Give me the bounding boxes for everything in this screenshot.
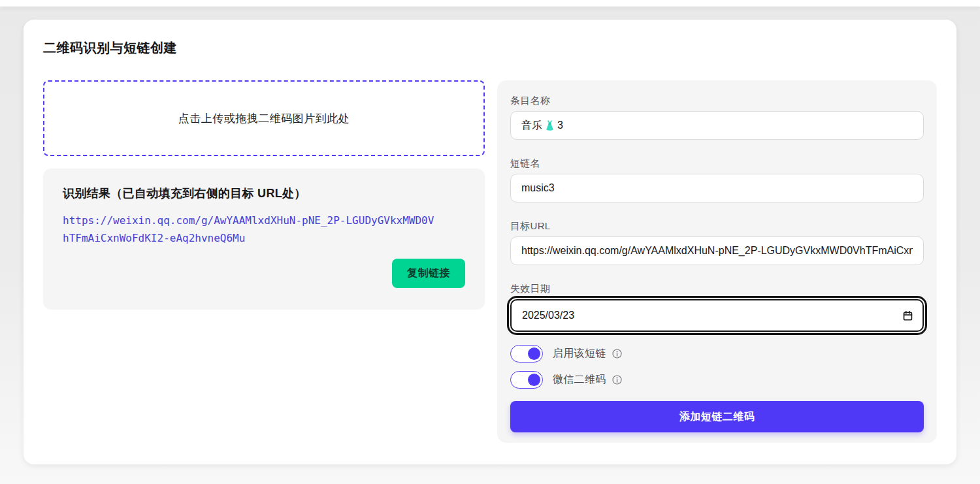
dropzone-label: 点击上传或拖拽二维码图片到此处 (178, 111, 350, 126)
expiry-date-label: 失效日期 (510, 283, 924, 295)
enable-shortlink-toggle-row: 启用该短链 (510, 345, 924, 363)
entry-name-value-suffix: 3 (557, 120, 563, 131)
expiry-date-value: 2025/03/23 (522, 310, 574, 321)
enable-shortlink-toggle[interactable] (510, 345, 543, 363)
entry-name-value-prefix: 音乐 (521, 119, 542, 133)
info-icon[interactable] (612, 374, 623, 385)
recognized-url-link[interactable]: https://weixin.qq.com/g/AwYAAMlxdXHuN-pN… (63, 212, 438, 247)
wechat-qr-toggle-row: 微信二维码 (510, 371, 924, 389)
info-icon[interactable] (612, 348, 623, 359)
expiry-date-input[interactable]: 2025/03/23 (510, 299, 924, 332)
add-shortlink-qr-button[interactable]: 添加短链二维码 (510, 401, 924, 432)
wechat-qr-toggle[interactable] (510, 371, 543, 389)
result-heading: 识别结果（已自动填充到右侧的目标 URL处） (63, 186, 465, 201)
target-url-field-group: 目标URL (510, 220, 924, 265)
entry-name-label: 条目名称 (510, 95, 924, 107)
short-name-field-group: 短链名 (510, 157, 924, 202)
top-white-strip (0, 0, 980, 7)
toggle-knob (528, 374, 540, 386)
enable-shortlink-label: 启用该短链 (553, 347, 606, 361)
wechat-qr-label: 微信二维码 (553, 373, 606, 387)
page-title: 二维码识别与短链创建 (43, 39, 937, 57)
shortlink-form-panel: 条目名称 音乐 3 短链名 目标URL (497, 80, 937, 443)
main-card: 二维码识别与短链创建 点击上传或拖拽二维码图片到此处 识别结果（已自动填充到右侧… (24, 20, 956, 464)
right-column: 条目名称 音乐 3 短链名 目标URL (497, 80, 937, 443)
dress-emoji-icon (544, 120, 556, 132)
left-column: 点击上传或拖拽二维码图片到此处 识别结果（已自动填充到右侧的目标 URL处） h… (43, 80, 485, 443)
calendar-icon[interactable] (902, 310, 913, 321)
toggle-knob (528, 347, 540, 360)
short-name-label: 短链名 (510, 157, 924, 170)
qr-upload-dropzone[interactable]: 点击上传或拖拽二维码图片到此处 (43, 80, 485, 156)
short-name-input[interactable] (510, 174, 924, 202)
entry-name-input[interactable]: 音乐 3 (510, 111, 924, 140)
copy-link-button[interactable]: 复制链接 (392, 259, 465, 288)
content-columns: 点击上传或拖拽二维码图片到此处 识别结果（已自动填充到右侧的目标 URL处） h… (43, 80, 937, 443)
expiry-date-field-group: 失效日期 2025/03/23 (510, 283, 924, 332)
target-url-input[interactable] (510, 236, 924, 265)
recognition-result-panel: 识别结果（已自动填充到右侧的目标 URL处） https://weixin.qq… (43, 169, 485, 310)
entry-name-field-group: 条目名称 音乐 3 (510, 95, 924, 140)
target-url-label: 目标URL (510, 220, 924, 233)
